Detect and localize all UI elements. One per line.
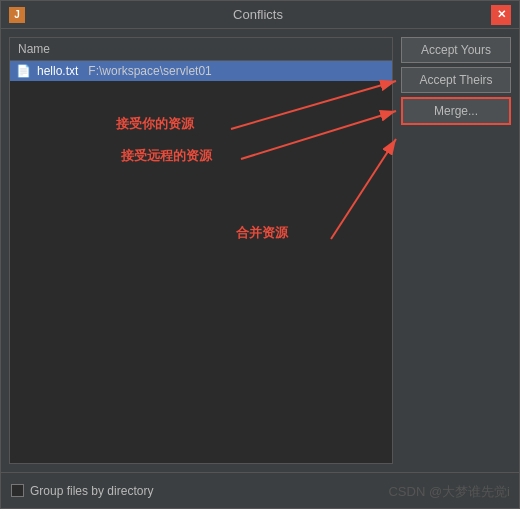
file-list: 📄 hello.txt F:\workspace\servlet01 (10, 61, 392, 463)
accept-yours-button[interactable]: Accept Yours (401, 37, 511, 63)
table-row[interactable]: 📄 hello.txt F:\workspace\servlet01 (10, 61, 392, 81)
group-by-directory-text: Group files by directory (30, 484, 153, 498)
group-by-directory-checkbox[interactable] (11, 484, 24, 497)
close-button[interactable]: ✕ (491, 5, 511, 25)
file-name: hello.txt (37, 64, 78, 78)
annotation-accept-yours: 接受你的资源 (116, 115, 194, 133)
annotation-merge: 合并资源 (236, 224, 288, 242)
annotation-accept-theirs: 接受远程的资源 (121, 147, 212, 165)
title-bar: J Conflicts ✕ (1, 1, 519, 29)
merge-button[interactable]: Merge... (401, 97, 511, 125)
group-by-directory-label[interactable]: Group files by directory (11, 484, 153, 498)
conflicts-window: J Conflicts ✕ Name 📄 hello.txt F:\worksp… (0, 0, 520, 509)
file-path: F:\workspace\servlet01 (88, 64, 211, 78)
file-panel: Name 📄 hello.txt F:\workspace\servlet01 (9, 37, 393, 464)
file-panel-header: Name (10, 38, 392, 61)
accept-theirs-button[interactable]: Accept Theirs (401, 67, 511, 93)
main-content: Name 📄 hello.txt F:\workspace\servlet01 … (1, 29, 519, 472)
buttons-panel: Accept Yours Accept Theirs Merge... (401, 37, 511, 464)
file-icon: 📄 (16, 64, 31, 78)
footer: Group files by directory (1, 472, 519, 508)
window-title: Conflicts (25, 7, 491, 22)
app-icon: J (9, 7, 25, 23)
name-column-header: Name (18, 42, 50, 56)
